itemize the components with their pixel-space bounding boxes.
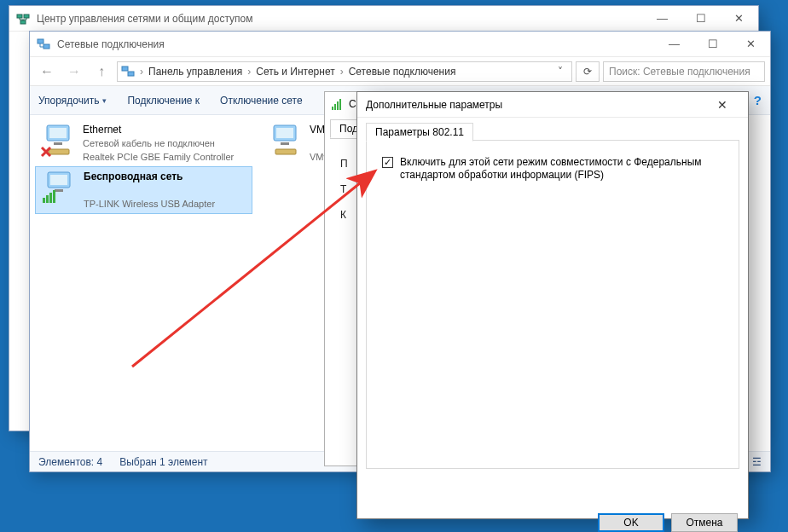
chevron-right-icon: › (339, 66, 345, 78)
titlebar-bg: Центр управления сетями и общим доступом… (9, 6, 758, 32)
fips-checkbox-row[interactable]: ✓ Включить для этой сети режим совместим… (382, 156, 728, 182)
status-item-count: Элементов: 4 (38, 456, 102, 468)
chevron-down-icon: ▾ (102, 96, 107, 105)
svg-rect-6 (128, 72, 134, 76)
chevron-right-icon: › (246, 66, 252, 78)
view-details-icon[interactable]: ☲ (752, 456, 762, 468)
cpl-icon (121, 65, 135, 78)
close-button[interactable]: ✕ (732, 32, 770, 56)
window-title-bg: Центр управления сетями и общим доступом (37, 13, 643, 25)
adapter-status: Сетевой кабель не подключен (83, 137, 234, 149)
svg-rect-10 (49, 149, 69, 154)
svg-rect-15 (281, 142, 289, 145)
cancel-button[interactable]: Отмена (671, 513, 738, 532)
svg-rect-1 (24, 14, 29, 18)
maximize-button[interactable]: ☐ (693, 32, 732, 56)
svg-rect-21 (46, 195, 49, 203)
signal-icon (332, 98, 344, 110)
dialog-titlebar: Дополнительные параметры ✕ (357, 92, 748, 118)
titlebar-main: Сетевые подключения — ☐ ✕ (30, 32, 770, 57)
status-selected: Выбран 1 элемент (119, 456, 207, 468)
minimize-button[interactable]: — (655, 32, 693, 56)
help-icon[interactable]: ? (754, 93, 762, 107)
svg-rect-2 (20, 20, 26, 24)
ethernet-icon (267, 124, 303, 158)
svg-rect-22 (49, 193, 52, 203)
tab-content: Параметры 802.11 ✓ Включить для этой сет… (366, 140, 739, 469)
toolbar-organize[interactable]: Упорядочить▾ (38, 95, 107, 107)
forward-button[interactable]: → (62, 61, 86, 83)
search-placeholder: Поиск: Сетевые подключения (609, 66, 750, 78)
network-icon (16, 12, 30, 26)
window-title-main: Сетевые подключения (57, 38, 655, 50)
svg-rect-25 (334, 104, 336, 110)
tab-80211[interactable]: Параметры 802.11 (366, 123, 473, 142)
fips-checkbox-label: Включить для этой сети режим совместимос… (400, 156, 728, 182)
svg-rect-5 (122, 66, 128, 71)
ok-button[interactable]: OK (598, 513, 664, 532)
adapter-device: TP-LINK Wireless USB Adapter (84, 198, 215, 210)
wifi-adapter-icon (41, 171, 77, 205)
advanced-parameters-dialog: Дополнительные параметры ✕ Параметры 802… (356, 91, 749, 519)
ethernet-icon (40, 124, 76, 158)
svg-rect-8 (49, 128, 67, 138)
adapter-device: Realtek PCIe GBE Family Controller (83, 151, 234, 163)
minimize-button[interactable]: — (643, 6, 681, 31)
svg-rect-24 (332, 107, 333, 110)
network-connections-icon (37, 38, 50, 51)
up-button[interactable]: ↑ (90, 61, 113, 83)
search-input[interactable]: Поиск: Сетевые подключения (603, 61, 765, 82)
close-button[interactable]: ✕ (705, 93, 739, 117)
svg-rect-9 (54, 142, 62, 145)
svg-rect-4 (43, 44, 49, 49)
refresh-button[interactable]: ⟳ (576, 61, 600, 82)
svg-rect-20 (43, 198, 45, 203)
adapter-ethernet[interactable]: Ethernet Сетевой кабель не подключен Rea… (35, 120, 252, 166)
crumb-root[interactable]: Панель управления (145, 66, 246, 78)
svg-rect-23 (53, 190, 55, 203)
toolbar-disable[interactable]: Отключение сете (220, 95, 303, 107)
svg-rect-16 (275, 149, 296, 154)
crumb-mid[interactable]: Сеть и Интернет (252, 66, 338, 78)
dialog-title: Дополнительные параметры (366, 99, 502, 111)
maximize-button[interactable]: ☐ (681, 6, 720, 31)
close-button[interactable]: ✕ (720, 6, 758, 31)
svg-rect-26 (337, 101, 339, 110)
breadcrumb[interactable]: › Панель управления › Сеть и Интернет › … (117, 61, 572, 82)
back-button[interactable]: ← (35, 61, 59, 83)
svg-rect-14 (276, 128, 293, 138)
toolbar-connect[interactable]: Подключение к (127, 95, 200, 107)
fips-checkbox[interactable]: ✓ (382, 157, 393, 168)
svg-rect-27 (339, 99, 341, 110)
adapter-name: Ethernet (83, 124, 234, 136)
svg-rect-3 (38, 39, 43, 43)
adapter-wifi[interactable]: Беспроводная сеть TP-LINK Wireless USB A… (35, 166, 252, 214)
chevron-right-icon: › (138, 66, 145, 78)
svg-rect-0 (17, 14, 22, 18)
navbar: ← → ↑ › Панель управления › Сеть и Интер… (30, 57, 770, 86)
history-dropdown[interactable]: ˅ (553, 66, 568, 78)
adapter-name: Беспроводная сеть (84, 171, 215, 182)
crumb-leaf[interactable]: Сетевые подключения (345, 66, 460, 78)
svg-rect-19 (55, 189, 63, 192)
svg-rect-18 (50, 175, 67, 185)
